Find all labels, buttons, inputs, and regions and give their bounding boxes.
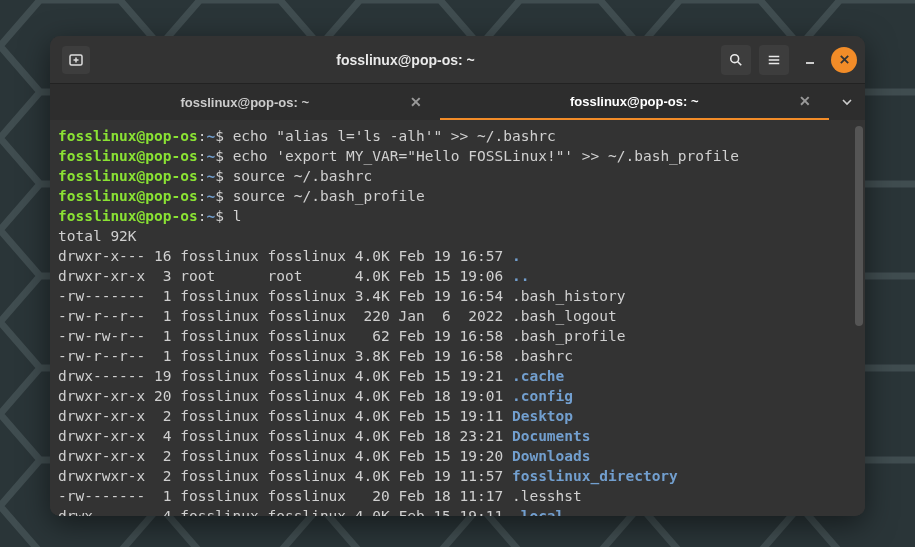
tab-bar: fosslinux@pop-os: ~ ✕ fosslinux@pop-os: … [50,84,865,120]
svg-line-6 [738,61,742,65]
search-button[interactable] [721,45,751,75]
tab-dropdown-button[interactable] [829,84,865,120]
chevron-down-icon [842,97,852,107]
tab-label: fosslinux@pop-os: ~ [570,94,699,109]
terminal-content: fosslinux@pop-os:~$ echo "alias l='ls -a… [58,126,857,516]
tab-1[interactable]: fosslinux@pop-os: ~ ✕ [440,84,830,120]
minimize-icon [804,54,816,66]
terminal-window: fosslinux@pop-os: ~ fosslinux@pop-os: ~ … [50,36,865,516]
tab-0[interactable]: fosslinux@pop-os: ~ ✕ [50,84,440,120]
new-tab-icon [68,52,84,68]
close-button[interactable] [831,47,857,73]
menu-button[interactable] [759,45,789,75]
search-icon [729,53,743,67]
hamburger-icon [767,53,781,67]
titlebar[interactable]: fosslinux@pop-os: ~ [50,36,865,84]
scrollbar-thumb[interactable] [855,126,863,326]
tab-label: fosslinux@pop-os: ~ [180,95,309,110]
tab-close-button[interactable]: ✕ [799,93,811,109]
tab-close-button[interactable]: ✕ [410,94,422,110]
terminal-viewport[interactable]: fosslinux@pop-os:~$ echo "alias l='ls -a… [50,120,865,516]
window-title: fosslinux@pop-os: ~ [90,52,721,68]
minimize-button[interactable] [797,47,823,73]
svg-point-5 [731,54,739,62]
close-icon [839,54,850,65]
new-tab-button[interactable] [62,46,90,74]
